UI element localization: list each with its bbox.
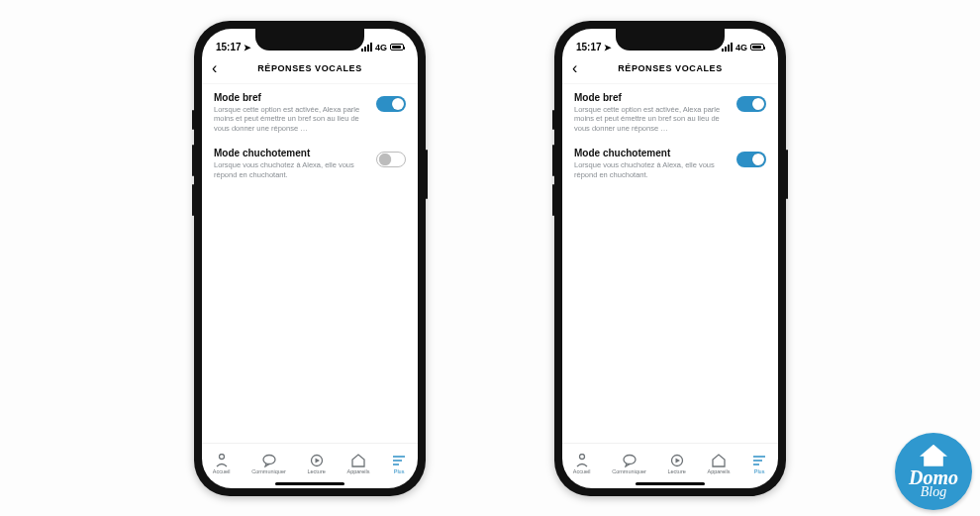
watermark-badge: Domo Blog <box>895 433 972 510</box>
status-time: 15:17 <box>576 42 602 52</box>
play-icon <box>669 454 685 467</box>
tab-label: Appareils <box>707 468 730 474</box>
network-label: 4G <box>735 43 747 52</box>
svg-point-1 <box>263 455 275 464</box>
tab-label: Communiquer <box>612 468 646 474</box>
back-button[interactable]: ‹ <box>572 60 577 76</box>
toggle-mode-chuchotement[interactable] <box>376 152 406 167</box>
location-icon: ➤ <box>244 43 251 52</box>
side-button <box>192 145 194 176</box>
tab-communiquer[interactable]: Communiquer <box>612 454 646 474</box>
tab-plus[interactable]: Plus <box>751 454 767 474</box>
setting-row-mode-bref: Mode bref Lorsque cette option est activ… <box>574 92 766 134</box>
battery-icon <box>750 44 764 51</box>
side-button <box>192 110 194 130</box>
network-label: 4G <box>375 43 387 52</box>
setting-description: Lorsque cette option est activée, Alexa … <box>574 105 729 134</box>
phone-mockup-right: 15:17 ➤ 4G ‹ RÉPONSES VOCALES Mode bref … <box>554 21 786 496</box>
toggle-mode-chuchotement[interactable] <box>736 152 766 167</box>
chat-icon <box>261 454 277 467</box>
tab-appareils[interactable]: Appareils <box>346 454 369 474</box>
side-button <box>552 184 554 216</box>
home-indicator <box>636 482 705 485</box>
setting-title: Mode chuchotement <box>574 148 729 158</box>
tab-communiquer[interactable]: Communiquer <box>251 454 286 474</box>
settings-list: Mode bref Lorsque cette option est activ… <box>562 84 778 443</box>
page-title: RÉPONSES VOCALES <box>618 63 723 73</box>
side-button <box>192 184 194 216</box>
toggle-mode-bref[interactable] <box>736 96 766 112</box>
side-button <box>552 145 554 176</box>
signal-icon <box>361 43 372 52</box>
phone-mockup-left: 15:17 ➤ 4G ‹ RÉPONSES VOCALES Mode bref … <box>194 21 426 496</box>
nav-bar: ‹ RÉPONSES VOCALES <box>562 54 778 84</box>
side-button <box>426 150 428 199</box>
house-icon <box>920 445 947 466</box>
tab-label: Appareils <box>346 468 369 474</box>
device-notch <box>616 29 725 51</box>
tab-lecture[interactable]: Lecture <box>667 454 685 474</box>
home-icon <box>574 454 590 467</box>
tab-lecture[interactable]: Lecture <box>307 454 325 474</box>
svg-point-7 <box>624 455 636 464</box>
setting-row-mode-chuchotement: Mode chuchotement Lorsque vous chuchotez… <box>574 148 766 180</box>
side-button <box>552 110 554 130</box>
settings-list: Mode bref Lorsque cette option est activ… <box>202 84 418 443</box>
tab-label: Accueil <box>213 468 231 474</box>
play-icon <box>309 454 325 467</box>
menu-icon <box>751 454 767 467</box>
status-time: 15:17 <box>216 42 242 52</box>
back-button[interactable]: ‹ <box>212 60 217 76</box>
setting-title: Mode bref <box>574 92 729 103</box>
tab-accueil[interactable]: Accueil <box>213 454 231 474</box>
home-indicator <box>275 482 344 485</box>
home-icon <box>214 454 230 467</box>
tab-label: Plus <box>754 468 765 474</box>
location-icon: ➤ <box>604 43 612 52</box>
svg-point-0 <box>219 454 224 459</box>
setting-description: Lorsque vous chuchotez à Alexa, elle vou… <box>574 160 729 180</box>
menu-icon <box>391 454 407 467</box>
devices-icon <box>711 454 727 467</box>
chat-icon <box>622 454 637 467</box>
tab-label: Communiquer <box>251 468 286 474</box>
page-title: RÉPONSES VOCALES <box>257 63 362 73</box>
tab-appareils[interactable]: Appareils <box>707 454 730 474</box>
tab-accueil[interactable]: Accueil <box>573 454 591 474</box>
svg-point-6 <box>579 454 584 459</box>
nav-bar: ‹ RÉPONSES VOCALES <box>202 54 418 84</box>
tab-label: Plus <box>394 468 405 474</box>
setting-description: Lorsque cette option est activée, Alexa … <box>214 105 368 134</box>
toggle-mode-bref[interactable] <box>376 96 406 112</box>
tab-label: Accueil <box>573 468 591 474</box>
setting-row-mode-bref: Mode bref Lorsque cette option est activ… <box>214 92 406 134</box>
signal-icon <box>722 43 733 52</box>
device-notch <box>255 29 364 51</box>
devices-icon <box>350 454 366 467</box>
watermark-line1: Domo <box>909 468 958 486</box>
setting-title: Mode bref <box>214 92 368 103</box>
tab-plus[interactable]: Plus <box>391 454 407 474</box>
setting-description: Lorsque vous chuchotez à Alexa, elle vou… <box>214 160 368 180</box>
setting-title: Mode chuchotement <box>214 148 368 158</box>
tab-label: Lecture <box>307 468 325 474</box>
battery-icon <box>390 44 404 51</box>
side-button <box>786 150 788 199</box>
setting-row-mode-chuchotement: Mode chuchotement Lorsque vous chuchotez… <box>214 148 406 180</box>
tab-label: Lecture <box>667 468 685 474</box>
